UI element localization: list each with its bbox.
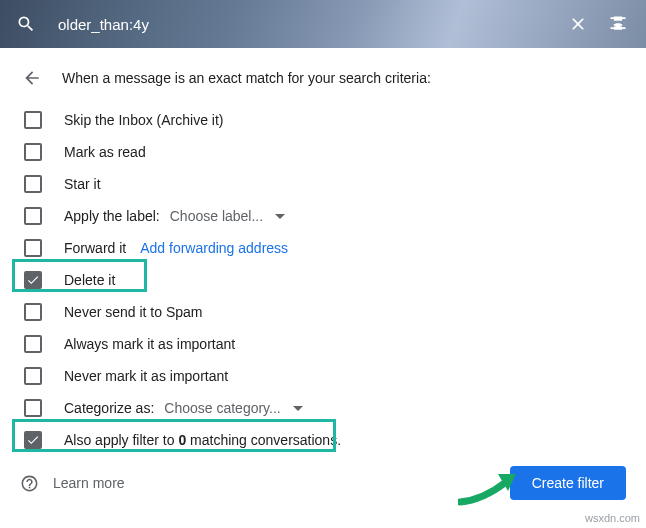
learn-more-link[interactable]: Learn more xyxy=(20,474,125,493)
caret-down-icon xyxy=(275,214,285,219)
label-star: Star it xyxy=(64,176,101,192)
link-add-forwarding-address[interactable]: Add forwarding address xyxy=(140,240,288,256)
search-input[interactable] xyxy=(56,15,558,34)
option-forward: Forward it Add forwarding address xyxy=(20,232,626,264)
option-skip-inbox: Skip the Inbox (Archive it) xyxy=(20,104,626,136)
checkbox-mark-read[interactable] xyxy=(24,143,42,161)
checkbox-skip-inbox[interactable] xyxy=(24,111,42,129)
help-icon xyxy=(20,474,39,493)
checkbox-categorize[interactable] xyxy=(24,399,42,417)
label-never-spam: Never send it to Spam xyxy=(64,304,203,320)
option-mark-read: Mark as read xyxy=(20,136,626,168)
search-options-button[interactable] xyxy=(598,4,638,44)
panel-header: When a message is an exact match for you… xyxy=(20,66,626,90)
watermark: wsxdn.com xyxy=(585,512,640,524)
dropdown-categorize-value: Choose category... xyxy=(164,400,280,416)
label-also-apply-pre: Also apply filter to xyxy=(64,432,178,448)
option-also-apply: Also apply filter to 0 matching conversa… xyxy=(20,424,626,456)
label-mark-read: Mark as read xyxy=(64,144,146,160)
search-icon xyxy=(16,14,36,34)
label-never-important: Never mark it as important xyxy=(64,368,228,384)
checkbox-never-spam[interactable] xyxy=(24,303,42,321)
dropdown-apply-label-value: Choose label... xyxy=(170,208,263,224)
checkbox-also-apply[interactable] xyxy=(24,431,42,449)
option-apply-label: Apply the label: Choose label... xyxy=(20,200,626,232)
option-categorize: Categorize as: Choose category... xyxy=(20,392,626,424)
learn-more-label: Learn more xyxy=(53,475,125,491)
panel-instruction: When a message is an exact match for you… xyxy=(62,70,431,86)
label-always-important: Always mark it as important xyxy=(64,336,235,352)
label-also-apply-post: matching conversations. xyxy=(186,432,341,448)
checkbox-star[interactable] xyxy=(24,175,42,193)
checkbox-forward[interactable] xyxy=(24,239,42,257)
caret-down-icon xyxy=(293,406,303,411)
dropdown-apply-label[interactable]: Choose label... xyxy=(170,208,285,224)
label-categorize: Categorize as: xyxy=(64,400,154,416)
checkbox-always-important[interactable] xyxy=(24,335,42,353)
label-apply-label: Apply the label: xyxy=(64,208,160,224)
checkbox-delete[interactable] xyxy=(24,271,42,289)
filter-panel: When a message is an exact match for you… xyxy=(0,48,646,476)
clear-search-button[interactable] xyxy=(558,4,598,44)
search-bar xyxy=(0,0,646,48)
create-filter-button[interactable]: Create filter xyxy=(510,466,626,500)
label-forward: Forward it xyxy=(64,240,126,256)
option-star: Star it xyxy=(20,168,626,200)
back-button[interactable] xyxy=(20,66,44,90)
label-skip-inbox: Skip the Inbox (Archive it) xyxy=(64,112,224,128)
label-also-apply: Also apply filter to 0 matching conversa… xyxy=(64,432,341,448)
option-never-important: Never mark it as important xyxy=(20,360,626,392)
label-delete: Delete it xyxy=(64,272,115,288)
checkbox-never-important[interactable] xyxy=(24,367,42,385)
checkbox-apply-label[interactable] xyxy=(24,207,42,225)
panel-footer: Learn more Create filter xyxy=(20,466,626,500)
option-never-spam: Never send it to Spam xyxy=(20,296,626,328)
option-delete: Delete it xyxy=(20,264,626,296)
dropdown-categorize[interactable]: Choose category... xyxy=(164,400,302,416)
option-always-important: Always mark it as important xyxy=(20,328,626,360)
